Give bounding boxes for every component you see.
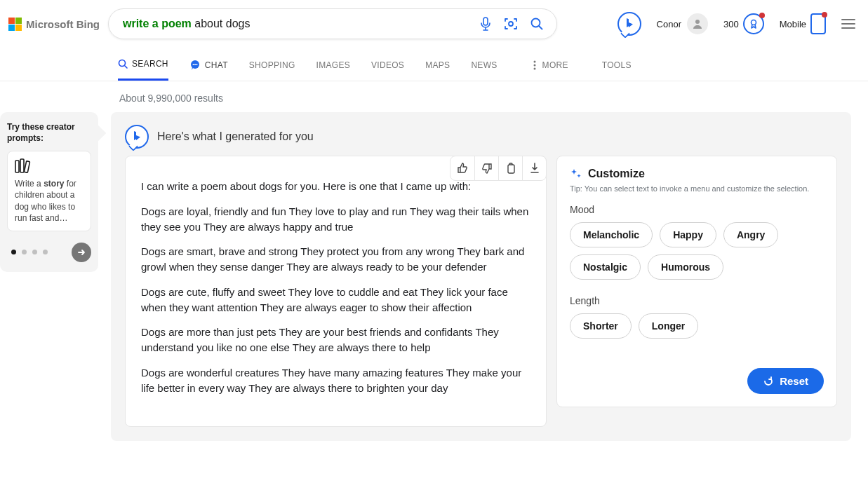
sidebar-title: Try these creator prompts:: [7, 122, 91, 144]
answer-text: I can write a poem about dogs for you. H…: [141, 179, 530, 395]
notification-dot: [822, 12, 827, 18]
header: Microsoft Bing write a poem about dogs C…: [0, 0, 868, 46]
chip-angry[interactable]: Angry: [723, 222, 778, 247]
generated-title: Here's what I generated for you: [157, 130, 314, 143]
svg-rect-0: [483, 18, 488, 25]
rewards[interactable]: 300: [723, 13, 764, 34]
answer-p0: I can write a poem about dogs for you. H…: [141, 179, 530, 194]
reset-button[interactable]: Reset: [747, 368, 824, 394]
svg-rect-13: [15, 161, 19, 172]
answer-actions: [450, 156, 547, 181]
menu-icon[interactable]: [841, 19, 855, 29]
thumbs-up-icon[interactable]: [450, 156, 474, 180]
copy-icon[interactable]: [498, 156, 522, 180]
notification-dot: [759, 13, 765, 18]
user-name: Conor: [657, 19, 681, 29]
logo-text: Microsoft Bing: [26, 18, 100, 30]
mic-icon[interactable]: [479, 17, 492, 31]
results-count: About 9,990,000 results: [0, 81, 868, 112]
mood-chips: Melancholic Happy Angry Nostalgic Humoro…: [570, 222, 824, 280]
lens-icon[interactable]: [503, 17, 519, 31]
medal-icon: [743, 13, 764, 34]
mood-label: Mood: [570, 204, 824, 215]
svg-point-3: [695, 20, 700, 24]
customize-tip: Tip: You can select text to invoke a men…: [570, 184, 824, 193]
search-rest: about dogs: [192, 18, 251, 29]
svg-point-1: [509, 22, 513, 26]
chip-shorter[interactable]: Shorter: [570, 313, 632, 339]
tab-more[interactable]: MORE: [531, 49, 568, 81]
tab-maps[interactable]: MAPS: [425, 49, 450, 81]
avatar-icon: [687, 13, 708, 34]
answer-card: I can write a poem about dogs for you. H…: [125, 156, 547, 427]
customize-panel: Customize Tip: You can select text to in…: [556, 156, 837, 407]
reset-label: Reset: [780, 375, 808, 387]
answer-p2: Dogs are smart, brave and strong They pr…: [141, 244, 530, 275]
mobile-link[interactable]: Mobile: [780, 13, 826, 34]
search-highlight: write a poem: [123, 18, 192, 29]
svg-point-12: [533, 67, 535, 69]
carousel-dots: [7, 243, 91, 262]
bing-icon: [125, 125, 149, 149]
search-input[interactable]: write a poem about dogs: [123, 18, 479, 30]
answer-p3: Dogs are cute, fluffy and sweet They lov…: [141, 285, 530, 315]
svg-rect-15: [24, 161, 29, 173]
chip-melancholic[interactable]: Melancholic: [570, 222, 653, 247]
tab-chat[interactable]: CHAT: [189, 49, 228, 81]
answer-p5: Dogs are wonderful creatures They have m…: [141, 365, 530, 396]
tab-videos[interactable]: VIDEOS: [371, 49, 404, 81]
length-label: Length: [570, 295, 824, 306]
prompt-card[interactable]: Write a story for children about a dog w…: [7, 151, 91, 231]
svg-point-4: [751, 20, 756, 25]
books-icon: [15, 158, 84, 174]
tab-shopping[interactable]: SHOPPING: [249, 49, 295, 81]
tab-search[interactable]: SEARCH: [118, 49, 168, 81]
tab-news[interactable]: NEWS: [471, 49, 497, 81]
svg-point-7: [192, 64, 194, 65]
refresh-icon: [763, 376, 774, 387]
answer-p1: Dogs are loyal, friendly and fun They lo…: [141, 204, 530, 235]
phone-icon: [810, 13, 826, 34]
card-pre: Write a: [15, 179, 44, 189]
thumbs-down-icon[interactable]: [474, 156, 498, 180]
svg-point-9: [196, 64, 197, 65]
answer-p4: Dogs are more than just pets They are yo…: [141, 325, 530, 355]
microsoft-icon: [8, 18, 22, 31]
svg-rect-14: [20, 159, 24, 172]
dot-4[interactable]: [43, 250, 48, 254]
next-arrow-icon[interactable]: [72, 243, 91, 262]
chip-humorous[interactable]: Humorous: [648, 254, 723, 280]
dot-1[interactable]: [11, 250, 16, 254]
tab-images[interactable]: IMAGES: [316, 49, 350, 81]
svg-point-10: [533, 60, 535, 62]
generated-content: Here's what I generated for you I can wr…: [111, 112, 851, 441]
mobile-label: Mobile: [780, 19, 806, 29]
tab-tools[interactable]: TOOLS: [602, 49, 632, 81]
customize-title: Customize: [588, 168, 645, 180]
length-chips: Shorter Longer: [570, 313, 824, 339]
bing-chat-icon[interactable]: [617, 12, 641, 36]
dot-2[interactable]: [22, 250, 27, 254]
svg-rect-16: [508, 165, 514, 173]
download-icon[interactable]: [522, 156, 546, 180]
dot-3[interactable]: [32, 250, 37, 254]
svg-point-8: [194, 64, 196, 65]
svg-point-2: [532, 19, 540, 27]
chip-longer[interactable]: Longer: [639, 313, 698, 339]
nav-tabs: SEARCH CHAT SHOPPING IMAGES VIDEOS MAPS …: [0, 49, 868, 81]
card-bold: story: [44, 179, 64, 189]
sparkle-icon: [570, 168, 582, 180]
svg-point-5: [119, 60, 126, 67]
svg-point-11: [533, 64, 535, 66]
chip-nostalgic[interactable]: Nostalgic: [570, 254, 641, 280]
logo[interactable]: Microsoft Bing: [8, 18, 100, 31]
points-value: 300: [723, 19, 739, 29]
chip-happy[interactable]: Happy: [660, 222, 716, 247]
creator-prompts-sidebar: Try these creator prompts: Write a story…: [0, 112, 98, 272]
user-account[interactable]: Conor: [657, 13, 708, 34]
search-box[interactable]: write a poem about dogs: [108, 8, 557, 39]
customize-header: Customize: [570, 168, 824, 180]
search-icon[interactable]: [530, 17, 544, 31]
